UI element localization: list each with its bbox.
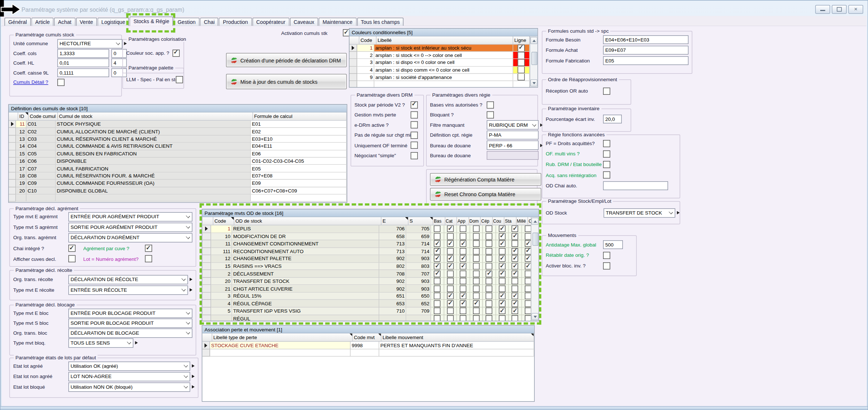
cell-id[interactable]: 15 [16, 150, 27, 158]
check-Dom[interactable] [473, 300, 480, 307]
row-marker-cell[interactable] [202, 226, 211, 233]
tab-logistique[interactable]: Logistique [97, 18, 129, 26]
check-Bas[interactable] [434, 300, 441, 307]
check-Cép[interactable] [486, 278, 492, 284]
row-marker-cell[interactable] [202, 285, 211, 292]
cell-code[interactable]: C07 [26, 165, 56, 172]
column-header-Code[interactable]: Code [359, 36, 377, 44]
cell-check-Cat[interactable] [444, 255, 457, 263]
cell-check-Bas[interactable] [431, 270, 444, 277]
table-row[interactable]: 5TRANSFERT IGP VERS VSIG710709 [202, 308, 531, 315]
cell-check-Dom[interactable] [470, 278, 483, 285]
table-row[interactable]: 4RÉGUL CÉPAGE653652 [202, 300, 531, 308]
cell-check-Cou[interactable] [496, 248, 509, 255]
cell-check-Cép[interactable] [483, 300, 496, 308]
row-marker-cell[interactable] [349, 81, 357, 87]
vertical-scrollbar[interactable] [530, 36, 538, 87]
check-Bas[interactable] [434, 315, 441, 321]
check-Cat[interactable] [447, 308, 453, 314]
cell-s[interactable]: 709 [406, 308, 431, 315]
cell-check-Bas[interactable] [431, 278, 444, 285]
column-header-ID[interactable]: ID [18, 112, 29, 120]
dropdown-OD Stock[interactable]: TRANSFERT DE STOCK [604, 208, 675, 217]
cell-check-App[interactable] [457, 292, 470, 300]
cell-check-Sta[interactable] [509, 263, 522, 270]
dropdown-Bureau de douane[interactable]: PERP - 66 [487, 141, 539, 150]
cell-code[interactable]: 9 [357, 74, 374, 81]
checkbox-LLM - Spec - Pal en stock[interactable] [176, 76, 183, 83]
cell-od-label[interactable]: REPLIS [232, 226, 380, 233]
table-row[interactable]: 10MODIFICATION DE DR658659 [202, 233, 531, 240]
cell-od-label[interactable]: CHANGEMENT CONDITIONNEMENT [232, 240, 380, 248]
check-Cép[interactable] [486, 255, 492, 262]
cell-cumul[interactable]: DISPONIBLE GLOBAL [56, 187, 251, 194]
cell-code[interactable] [211, 315, 232, 321]
check-App[interactable] [460, 308, 466, 314]
input-Coeff. HL[interactable]: 0,01 [57, 58, 109, 67]
input-Pourcentage écart inv.[interactable]: 20,0 [603, 115, 622, 123]
check-Millé[interactable] [525, 285, 531, 292]
checkbox-Couleur soc. app. ?[interactable] [173, 49, 180, 57]
cell-formule[interactable]: E09 [251, 180, 347, 187]
cell-code[interactable]: 12 [211, 255, 232, 263]
cell-code[interactable]: C02 [26, 128, 56, 136]
cell-check-Dom[interactable] [470, 233, 483, 240]
tab-caveaux[interactable]: Caveaux [290, 18, 318, 26]
cell-code[interactable]: 3 [211, 292, 232, 300]
cell-check-App[interactable] [457, 300, 470, 308]
check-Bas[interactable] [434, 263, 441, 270]
cell-id[interactable]: 13 [16, 136, 27, 143]
cell-check-Sta[interactable] [509, 248, 522, 255]
cell-code[interactable]: C04 [26, 143, 56, 150]
cell-code[interactable]: 4 [211, 300, 232, 308]
cell-check-Millé[interactable] [522, 240, 531, 248]
cell-id[interactable]: 17 [16, 165, 27, 172]
check-Cou[interactable] [499, 263, 505, 270]
cell-check-Bas[interactable] [431, 226, 444, 233]
dropdown-Etat lot bloqué[interactable]: Utilisation NON OK (bloqué) [68, 382, 190, 392]
cell-code[interactable]: 5 [211, 308, 232, 315]
column-header-Bas[interactable]: Bas [433, 217, 445, 225]
table-row[interactable]: 16C06DISPONIBLEC01-C02-C03-C04-C05 [9, 158, 347, 165]
row-marker-cell[interactable] [202, 270, 211, 277]
checkbox-Acq. sans réintégration[interactable] [603, 172, 610, 179]
check-App[interactable] [460, 255, 466, 262]
cell-od-label[interactable]: DÉCLASSEMENT [232, 270, 380, 277]
column-header-Code[interactable]: Code [214, 217, 234, 225]
cell-check-Millé[interactable] [522, 248, 531, 255]
check-Cou[interactable] [499, 226, 505, 232]
row-marker-cell[interactable] [349, 45, 357, 52]
cell-check-Bas[interactable] [431, 255, 444, 263]
cell-cumul[interactable]: DISPONIBLE [56, 158, 251, 165]
column-header-blank[interactable] [349, 36, 359, 44]
cell-check-Bas[interactable] [431, 285, 444, 292]
check-Cou[interactable] [499, 285, 505, 292]
input-Définition cpt. régie[interactable]: P-MA [487, 131, 539, 140]
checkbox-e-DRm active ?[interactable] [411, 121, 418, 129]
check-Cat[interactable] [447, 270, 453, 277]
check-Cou[interactable] [499, 241, 505, 247]
checkbox-Afficher cuves decl.[interactable] [68, 255, 76, 263]
cell-cumul[interactable]: CUMUL COMMANDE FOURNISSEUR (OA) [56, 180, 251, 187]
cell-check-Sta[interactable] [509, 285, 522, 292]
cell-check-Millé[interactable] [522, 233, 531, 240]
tab-article[interactable]: Article [31, 18, 54, 26]
cell-e[interactable]: 802 [379, 263, 406, 270]
check-Sta[interactable] [512, 278, 518, 284]
check-Dom[interactable] [473, 308, 480, 314]
check-Cép[interactable] [486, 300, 492, 307]
check-App[interactable] [460, 315, 466, 321]
table-row[interactable]: 2arsplan : si stock <= 0 --> color one c… [349, 52, 530, 59]
cell-check-App[interactable] [457, 248, 470, 255]
regen-compta-button[interactable]: Régénération Compta Matière [430, 173, 541, 186]
cell-id[interactable]: 12 [16, 128, 27, 136]
field-label[interactable]: Cumuls Détail ? [13, 79, 57, 85]
table-row[interactable]: 1REPLIS706705 [202, 226, 531, 233]
dropdown-Filtre manquant[interactable]: RUBRIQUE DRM [487, 120, 539, 130]
cell-check-Dom[interactable] [470, 240, 483, 248]
cell-od-label[interactable]: CHANGEMENT PALETTE [232, 255, 380, 263]
cell[interactable] [374, 81, 513, 87]
cell-check-Cat[interactable] [444, 292, 457, 300]
check-Bas[interactable] [434, 248, 441, 255]
cell-code[interactable]: C05 [26, 150, 56, 158]
